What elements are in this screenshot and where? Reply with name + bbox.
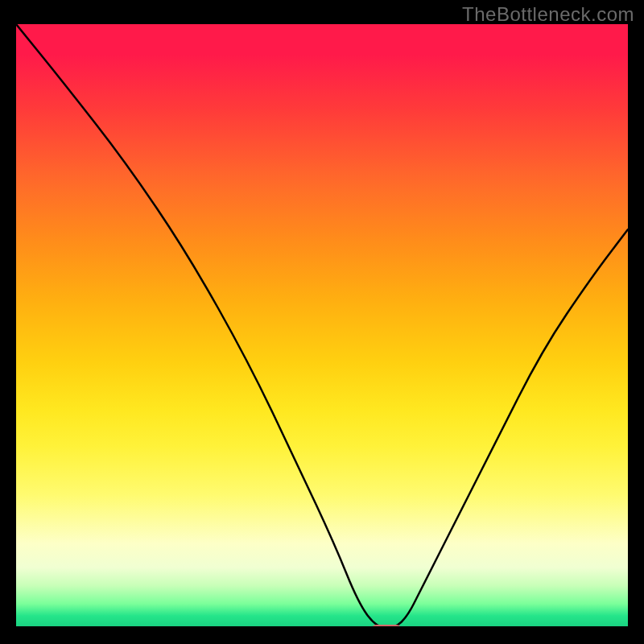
curve-path (16, 24, 628, 628)
bottleneck-curve (16, 24, 628, 628)
watermark-text: TheBottleneck.com (462, 3, 634, 26)
plot-area (16, 24, 628, 628)
chart-frame: TheBottleneck.com (0, 0, 644, 644)
x-axis-baseline (16, 626, 628, 628)
